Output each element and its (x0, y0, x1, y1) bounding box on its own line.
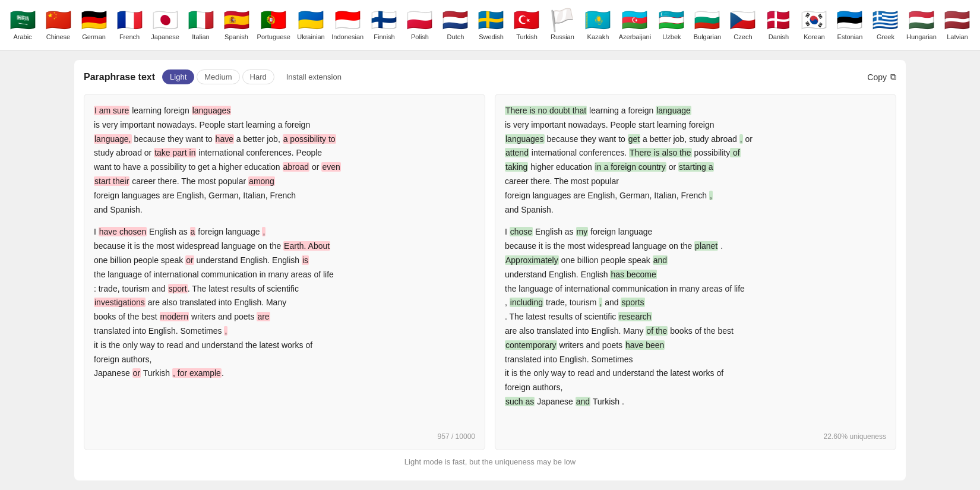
flag-icon: 🇸🇪 (478, 10, 504, 31)
hl: , (599, 298, 602, 307)
lang-label: Ukrainian (297, 33, 324, 40)
lang-item-korean[interactable]: 🇰🇷Korean (796, 5, 832, 45)
lang-label: Czech (734, 33, 752, 40)
lang-item-indonesian[interactable]: 🇮🇩Indonesian (328, 5, 366, 45)
flag-icon: 🇰🇷 (801, 10, 827, 31)
hl: , (262, 227, 265, 236)
hl: and (653, 255, 668, 265)
language-bar: 🇸🇦Arabic🇨🇳Chinese🇩🇪German🇫🇷French🇯🇵Japan… (0, 0, 980, 50)
hl: a (190, 227, 196, 236)
lang-item-danish[interactable]: 🇩🇰Danish (761, 5, 796, 45)
lang-label: Chinese (46, 33, 70, 40)
hl: is (302, 255, 309, 265)
flag-icon: 🇵🇱 (406, 10, 433, 31)
lang-item-spanish[interactable]: 🇪🇸Spanish (219, 5, 254, 45)
lang-item-swedish[interactable]: 🇸🇪Swedish (473, 5, 509, 45)
original-text-panel: I am sure learning foreign languages is … (84, 94, 485, 450)
mode-medium-btn[interactable]: Medium (197, 69, 239, 84)
hl: of (730, 148, 741, 157)
uniqueness: 22.60% uniqueness (824, 431, 886, 442)
lang-label: Finnish (374, 33, 394, 40)
hl: take part in (154, 148, 196, 157)
flag-icon: 🇪🇸 (223, 10, 250, 31)
lang-label: Italian (192, 33, 209, 40)
lang-item-portuguese[interactable]: 🇵🇹Portuguese (254, 5, 293, 45)
hl: even (321, 162, 340, 172)
flag-icon: 🇱🇻 (944, 10, 970, 31)
lang-label: Japanese (151, 33, 179, 40)
lang-item-chinese[interactable]: 🇨🇳Chinese (40, 5, 76, 45)
original-para-2: I have chosen English as a foreign langu… (94, 225, 475, 381)
lang-label: Greek (877, 33, 894, 40)
hl: There is no doubt that (505, 106, 587, 115)
lang-item-russian[interactable]: 🏳️Russian (545, 5, 580, 45)
copy-button[interactable]: Copy ⧉ (867, 72, 896, 82)
flag-icon: 🇺🇿 (658, 10, 685, 31)
lang-label: Bulgarian (694, 33, 721, 40)
flag-icon: 🇯🇵 (152, 10, 179, 31)
lang-item-japanese[interactable]: 🇯🇵Japanese (147, 5, 183, 45)
lang-label: Turkish (516, 33, 538, 40)
para-1: There is no doubt that learning a foreig… (505, 104, 886, 217)
hl: , (709, 191, 713, 200)
mode-light-btn[interactable]: Light (162, 69, 194, 84)
hl: are (257, 312, 270, 321)
lang-label: French (119, 33, 140, 40)
panel-header: Paraphrase text Light Medium Hard Instal… (84, 69, 896, 84)
hl: or (185, 255, 194, 265)
hl: language, (94, 134, 132, 144)
hl: or (132, 368, 141, 378)
hl: , for example (172, 368, 222, 378)
hl: investigations (94, 298, 146, 307)
mode-hard-btn[interactable]: Hard (242, 69, 274, 84)
lang-label: Uzbek (662, 33, 681, 40)
hl: taking (505, 162, 528, 172)
lang-item-ukrainian[interactable]: 🇺🇦Ukrainian (293, 5, 328, 45)
lang-label: Dutch (447, 33, 464, 40)
lang-item-german[interactable]: 🇩🇪German (76, 5, 112, 45)
lang-item-polish[interactable]: 🇵🇱Polish (402, 5, 438, 45)
lang-item-turkish[interactable]: 🇹🇷Turkish (509, 5, 545, 45)
lang-item-french[interactable]: 🇫🇷French (112, 5, 147, 45)
lang-item-latvian[interactable]: 🇱🇻Latvian (940, 5, 975, 45)
lang-label: Russian (551, 33, 574, 40)
lang-item-dutch[interactable]: 🇳🇱Dutch (438, 5, 473, 45)
lang-label: Polish (411, 33, 429, 40)
hl: in a foreign country (595, 162, 666, 172)
lang-item-bulgarian[interactable]: 🇧🇬Bulgarian (690, 5, 725, 45)
hl: have (215, 134, 234, 144)
hl: a possibility to (283, 134, 336, 144)
lang-label: Latvian (947, 33, 968, 40)
flag-icon: 🇬🇷 (872, 10, 899, 31)
hl: , (224, 326, 227, 336)
install-extension-btn[interactable]: Install extension (282, 70, 346, 84)
hl: abroad (283, 162, 310, 172)
flag-icon: 🇨🇳 (45, 10, 72, 31)
lang-item-finnish[interactable]: 🇫🇮Finnish (366, 5, 402, 45)
hl: contemporary (505, 340, 557, 350)
lang-item-estonian[interactable]: 🇪🇪Estonian (832, 5, 868, 45)
flag-icon: 🇳🇱 (442, 10, 469, 31)
lang-label: Indonesian (331, 33, 363, 40)
flag-icon: 🇮🇹 (188, 10, 214, 31)
hl: Approximately (505, 255, 559, 265)
lang-item-uzbek[interactable]: 🇺🇿Uzbek (654, 5, 690, 45)
hl: sport (168, 284, 188, 293)
lang-item-czech[interactable]: 🇨🇿Czech (725, 5, 761, 45)
flag-icon: 🇭🇺 (908, 10, 935, 31)
lang-label: Azerbaijani (619, 33, 651, 40)
lang-item-italian[interactable]: 🇮🇹Italian (183, 5, 219, 45)
flag-icon: 🇹🇷 (513, 10, 540, 31)
flag-icon: 🇫🇮 (371, 10, 397, 31)
flag-icon: 🇸🇦 (10, 10, 36, 31)
lang-label: Swedish (479, 33, 504, 40)
lang-label: German (82, 33, 106, 40)
lang-item-azerbaijani[interactable]: 🇦🇿Azerbaijani (616, 5, 654, 45)
lang-item-greek[interactable]: 🇬🇷Greek (868, 5, 903, 45)
lang-item-arabic[interactable]: 🇸🇦Arabic (5, 5, 40, 45)
lang-item-hungarian[interactable]: 🇭🇺Hungarian (903, 5, 940, 45)
hl: my (576, 227, 589, 236)
para-2: I chose English as my foreign language b… (505, 225, 886, 409)
flag-icon: 🏳️ (549, 10, 576, 31)
lang-item-kazakh[interactable]: 🇰🇿Kazakh (580, 5, 616, 45)
